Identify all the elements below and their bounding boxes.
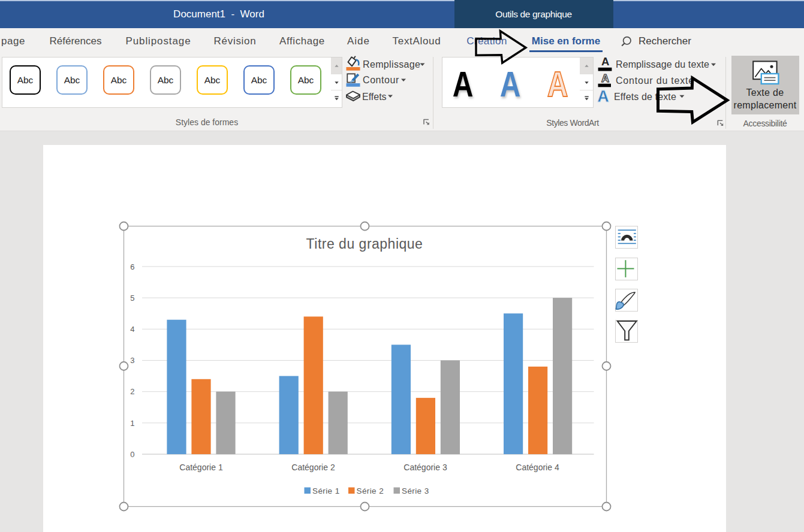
svg-text:3: 3 bbox=[130, 356, 134, 365]
svg-text:Titre du graphique: Titre du graphique bbox=[306, 236, 423, 252]
svg-text:Série 2: Série 2 bbox=[357, 486, 384, 495]
svg-text:1: 1 bbox=[130, 419, 134, 428]
svg-text:6: 6 bbox=[130, 262, 134, 271]
svg-text:Catégorie 3: Catégorie 3 bbox=[403, 463, 447, 472]
svg-text:A: A bbox=[597, 87, 609, 105]
svg-text:2: 2 bbox=[130, 387, 134, 396]
svg-text:Série 3: Série 3 bbox=[402, 486, 429, 495]
svg-text:A: A bbox=[601, 72, 609, 84]
svg-text:4: 4 bbox=[130, 325, 134, 334]
svg-text:A: A bbox=[601, 55, 609, 68]
svg-text:Catégorie 2: Catégorie 2 bbox=[291, 463, 335, 472]
svg-text:Catégorie 1: Catégorie 1 bbox=[179, 463, 223, 472]
svg-text:0: 0 bbox=[130, 450, 134, 459]
svg-text:Série 1: Série 1 bbox=[312, 486, 340, 495]
svg-text:Catégorie 4: Catégorie 4 bbox=[516, 463, 559, 472]
svg-text:5: 5 bbox=[130, 294, 134, 303]
